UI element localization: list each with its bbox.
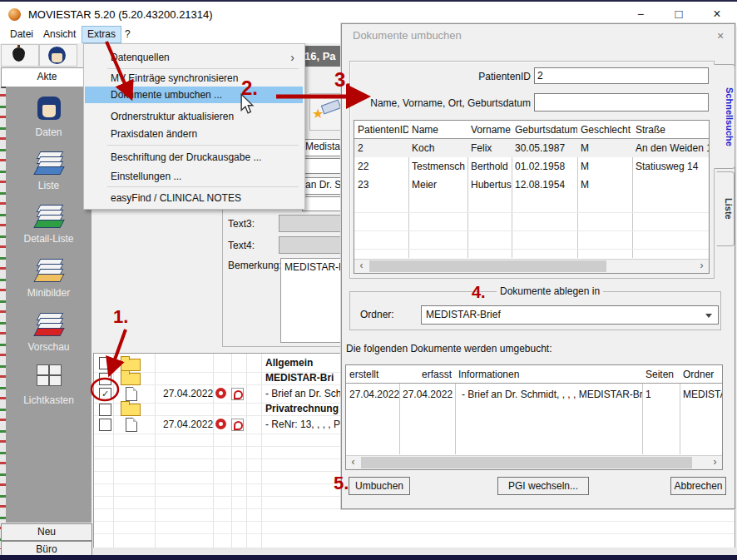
col-header[interactable]: PatientenID (354, 121, 408, 139)
row-checkbox-checked[interactable]: ✓ (99, 388, 111, 400)
red-book-icon (35, 311, 63, 336)
cell (632, 176, 709, 194)
dialog-close-icon[interactable]: × (713, 28, 728, 43)
cell: 01.02.1958 (512, 157, 577, 176)
menu-help[interactable]: ? (120, 27, 136, 42)
scroll-left-icon[interactable]: ‹ (346, 456, 360, 469)
doc-date: 27.04.2022 (163, 419, 213, 430)
ordner-dropdown[interactable]: MEDISTAR-Brief (421, 305, 719, 325)
umbuchen-button[interactable]: Umbuchen (349, 477, 410, 495)
close-button[interactable]: × (703, 5, 731, 23)
folder-icon (121, 359, 141, 371)
menu-item-label: Datenquellen (111, 52, 170, 63)
sidebar-item-daten[interactable]: Daten (6, 93, 92, 146)
col-header[interactable]: Geburtsdatum (512, 121, 577, 139)
table-row[interactable]: 23 Meier Hubertus 12.08.1954 M (354, 176, 709, 194)
tab-schnellsuche[interactable]: Schnellsuche (714, 64, 735, 169)
row-checkbox[interactable] (99, 404, 111, 416)
blue-book-icon (35, 150, 63, 175)
row-checkbox[interactable] (99, 373, 111, 385)
minimize-button[interactable]: − (626, 5, 655, 23)
menu-item-einstellungen[interactable]: Einstellungen ... (85, 168, 303, 185)
text3-field[interactable] (279, 215, 342, 232)
neu-button[interactable]: Neu (1, 523, 92, 541)
col-header[interactable]: Informationen (455, 365, 642, 384)
menu-separator (107, 68, 299, 69)
cell: Koch (408, 139, 467, 157)
abbrechen-button[interactable]: Abbrechen (670, 477, 726, 495)
cell: Testmensch (408, 157, 467, 176)
table-row-selected[interactable]: 2 Koch Felix 30.05.1987 M An den Weiden … (354, 139, 709, 157)
col-header[interactable]: erstellt (346, 365, 399, 384)
table-row[interactable]: 27.04.2022 27.04.2022 - Brief an Dr. Sch… (346, 385, 722, 404)
sidebar-item-liste[interactable]: Liste (6, 146, 92, 200)
name-search-input[interactable] (534, 93, 709, 112)
cell: Statiusweg 14 (632, 157, 709, 176)
sidebar-item-vorschau[interactable]: Vorschau (6, 308, 92, 361)
sidebar-item-lichtkasten[interactable]: Lichtkasten (6, 361, 92, 414)
menu-separator (107, 186, 299, 187)
menu-item-label: Ordnerstruktur aktualisieren (111, 111, 234, 122)
cell: 27.04.2022 (346, 385, 399, 404)
annotation-3: 3. (334, 68, 351, 92)
tab-liste[interactable]: Liste (716, 171, 735, 246)
col-header[interactable]: Geschlecht (577, 121, 632, 139)
row-checkbox[interactable] (99, 357, 111, 369)
menu-extras[interactable]: Extras (82, 27, 121, 42)
medistar-field[interactable]: Medistar (302, 139, 344, 156)
cell: Meier (408, 176, 467, 194)
col-header[interactable]: Ordner (680, 365, 722, 384)
menu-item-datenquellen[interactable]: Datenquellen › (85, 49, 303, 66)
bemerkung-textarea[interactable]: MEDISTAR-B (280, 258, 345, 343)
col-header[interactable]: Vorname (467, 121, 512, 139)
table-row[interactable]: 22 Testmensch Berthold 01.02.1958 M Stat… (354, 157, 709, 176)
menu-item-label: easyFind / CLINICAL NOTES (111, 192, 241, 204)
tab-akte[interactable]: Akte (1, 67, 93, 88)
scroll-left-icon[interactable]: ‹ (354, 260, 368, 273)
ablegen-legend: Dokumente ablegen in (497, 285, 603, 297)
scroll-right-icon[interactable]: › (695, 260, 709, 273)
strawberry-toolbar-button[interactable] (1, 44, 39, 67)
scroll-thumb[interactable] (361, 457, 692, 468)
menu-item-easyfind[interactable]: easyFind / CLINICAL NOTES (85, 190, 303, 206)
patient-toolbar-button[interactable] (39, 44, 77, 67)
empty-field[interactable] (302, 158, 344, 174)
menu-item-label: Praxisdaten ändern (111, 128, 197, 140)
sidebar-item-label: Daten (6, 126, 92, 138)
pgi-wechseln-button[interactable]: PGI wechseln... (497, 477, 589, 495)
sidebar-item-detail-liste[interactable]: Detail-Liste (6, 200, 92, 253)
folder-title: MEDISTAR-Bri (265, 372, 334, 384)
umbuchen-doc-table: erstellt erfasst Informationen Seiten Or… (345, 364, 723, 470)
patient-id-input[interactable] (534, 67, 709, 84)
maximize-button[interactable]: □ (665, 5, 693, 23)
menu-item-praxisdaten[interactable]: Praxisdaten ändern (85, 126, 303, 142)
annotation-5: 5. (334, 473, 349, 494)
menu-ansicht[interactable]: Ansicht (38, 27, 81, 42)
person-icon (37, 97, 61, 120)
scan-tool-button[interactable]: ★ (309, 93, 343, 131)
ordner-selected-value: MEDISTAR-Brief (426, 309, 501, 320)
brief-field[interactable]: an Dr. Sc (302, 177, 344, 195)
menu-item-dokumente-umbuchen[interactable]: Dokumente umbuchen ... (85, 87, 303, 103)
row-checkbox[interactable] (99, 419, 111, 431)
sidebar-item-minibilder[interactable]: Minibilder (6, 254, 92, 307)
menu-item-mv-sync[interactable]: MV Einträge synchronisieren (85, 70, 303, 87)
col-header[interactable]: Seiten (642, 365, 680, 384)
menu-item-beschriftung[interactable]: Beschriftung der Druckausgabe ... (85, 149, 303, 166)
col-header[interactable]: Straße (632, 121, 709, 139)
col-header[interactable]: Name (408, 121, 467, 139)
pdf-icon (231, 388, 244, 400)
status-strip (92, 548, 737, 555)
doc-title: - ReNr: 13, , , , Pr (265, 419, 344, 430)
col-header[interactable]: erfasst (399, 365, 455, 384)
scroll-right-icon[interactable]: › (708, 456, 722, 469)
menu-item-ordnerstruktur[interactable]: Ordnerstruktur aktualisieren (85, 108, 303, 125)
menu-datei[interactable]: Datei (5, 27, 38, 42)
cell: 1 (642, 385, 680, 404)
cell: Hubertus (467, 176, 512, 194)
left-edge-strip (0, 87, 6, 549)
text4-field[interactable] (279, 236, 342, 254)
patient-table-hscrollbar[interactable]: ‹ › (354, 259, 709, 273)
doc-table-hscrollbar[interactable]: ‹ › (346, 455, 722, 469)
scroll-thumb[interactable] (369, 260, 606, 272)
